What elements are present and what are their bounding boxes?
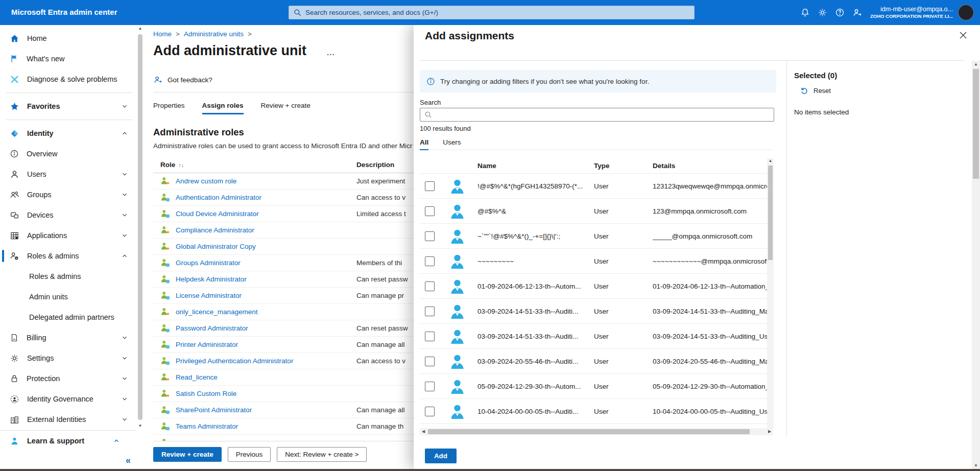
list-item[interactable]: 03-09-2024-20-55-46-th--Auditi...User03-… xyxy=(420,349,773,374)
list-item[interactable]: @#$%^&User123@mmpqa.onmicrosoft.com xyxy=(420,199,773,224)
settings-gear-icon[interactable] xyxy=(814,2,831,23)
sidebar-collapse-button[interactable]: « xyxy=(126,455,131,466)
list-item[interactable]: ~~~~~~~~~User~~~~~~~~~~~~@mmpqa.onmicros… xyxy=(420,249,773,274)
sidebar-item-billing[interactable]: Billing xyxy=(0,327,144,348)
account-info[interactable]: idm-mb-user@ompqa.o... ZOHO CORPORATION … xyxy=(870,6,953,20)
panel-search[interactable] xyxy=(420,108,774,122)
row-checkbox[interactable] xyxy=(425,357,435,366)
role-link[interactable]: Privileged Authentication Administrator xyxy=(176,357,293,365)
panel-scrollbar[interactable]: ▲ ▼ xyxy=(972,61,980,469)
role-link[interactable]: Password Administrator xyxy=(176,324,248,332)
overflow-menu-icon[interactable]: ... xyxy=(327,48,335,57)
sidebar-item-diagnose[interactable]: Diagnose & solve problems xyxy=(0,69,144,89)
row-checkbox[interactable] xyxy=(425,382,435,391)
role-link[interactable]: Cloud Device Administrator xyxy=(176,210,259,218)
sidebar-item-protection[interactable]: Protection xyxy=(0,368,144,389)
list-item[interactable]: 03-09-2024-14-51-33-th--Auditi...User03-… xyxy=(420,324,773,349)
role-link[interactable]: Read_licence xyxy=(176,373,218,381)
breadcrumb-home[interactable]: Home xyxy=(153,30,172,38)
sidebar-item-admin-units[interactable]: Admin units xyxy=(0,287,144,307)
scroll-up-arrow-icon[interactable]: ▲ xyxy=(972,62,980,66)
scroll-left-arrow-icon[interactable]: ◀ xyxy=(420,428,427,435)
sidebar-item-external-identities[interactable]: External Identities xyxy=(0,409,144,430)
role-link[interactable]: Authentication Administrator xyxy=(176,194,261,201)
role-link[interactable]: Global Administrator Copy xyxy=(176,243,256,250)
user-avatar-icon xyxy=(448,177,466,195)
row-checkbox[interactable] xyxy=(425,332,435,341)
role-link[interactable]: Satish Custom Role xyxy=(176,390,236,397)
row-checkbox[interactable] xyxy=(425,256,435,266)
tab-users[interactable]: Users xyxy=(443,138,461,150)
sidebar-item-whats-new[interactable]: What's new xyxy=(0,49,144,69)
avatar[interactable] xyxy=(958,5,974,20)
list-item[interactable]: 01-09-2024-06-12-13-th--Autom...User01-0… xyxy=(420,274,773,299)
add-button[interactable]: Add xyxy=(425,449,457,463)
close-icon[interactable] xyxy=(960,32,967,39)
panel-search-input[interactable] xyxy=(435,111,770,119)
scrollbar-thumb[interactable] xyxy=(973,69,979,179)
sidebar-item-favorites[interactable]: Favorites xyxy=(0,96,144,116)
row-checkbox[interactable] xyxy=(425,231,435,241)
global-search[interactable] xyxy=(289,6,695,19)
tab-properties[interactable]: Properties xyxy=(153,102,185,114)
scrollbar-thumb[interactable] xyxy=(138,34,142,420)
tab-review-create[interactable]: Review + create xyxy=(261,102,310,114)
tab-all[interactable]: All xyxy=(420,138,428,150)
sidebar-item-delegated-admin-partners[interactable]: Delegated admin partners xyxy=(0,307,144,327)
sidebar-item-identity-governance[interactable]: Identity Governance xyxy=(0,389,144,409)
row-checkbox[interactable] xyxy=(425,181,435,191)
global-search-input[interactable] xyxy=(305,9,689,16)
list-item[interactable]: ~`""`!@#$%^&*()_-+=[]{}\|':;User_____@om… xyxy=(420,224,773,249)
tab-assign-roles[interactable]: Assign roles xyxy=(202,102,244,114)
breadcrumb-admin-units[interactable]: Administrative units xyxy=(184,30,244,38)
next-button[interactable]: Next: Review + create > xyxy=(277,447,367,462)
help-icon[interactable] xyxy=(831,2,849,23)
sidebar-item-devices[interactable]: Devices xyxy=(0,205,144,225)
role-builtin-icon xyxy=(160,421,171,432)
sidebar-item-home[interactable]: Home xyxy=(0,28,144,49)
scroll-up-arrow-icon[interactable]: ▲ xyxy=(767,158,774,163)
sidebar-item-users[interactable]: Users xyxy=(0,164,144,184)
role-link[interactable]: Helpdesk Administrator xyxy=(176,275,247,283)
sort-icon[interactable]: ↑↓ xyxy=(178,162,184,168)
sidebar-item-identity[interactable]: Identity xyxy=(0,123,144,144)
list-horizontal-scrollbar[interactable]: ◀ ▶ xyxy=(420,428,773,435)
role-link[interactable]: SharePoint Administrator xyxy=(176,406,252,414)
role-link[interactable]: Compliance Administrator xyxy=(176,226,254,234)
scrollbar-thumb[interactable] xyxy=(428,429,750,434)
scroll-right-arrow-icon[interactable]: ▶ xyxy=(766,428,773,435)
row-checkbox[interactable] xyxy=(425,307,435,316)
role-link[interactable]: Teams Administrator xyxy=(176,422,238,430)
column-role[interactable]: Role xyxy=(160,161,175,169)
sidebar-item-groups[interactable]: Groups xyxy=(0,184,144,205)
list-item[interactable]: 05-09-2024-12-29-30-th--Autom...User05-0… xyxy=(420,374,773,399)
list-item[interactable]: 10-04-2024-00-00-05-th--Auditi...User10-… xyxy=(420,399,773,424)
previous-button[interactable]: Previous xyxy=(228,447,271,462)
role-link[interactable]: Printer Administrator xyxy=(176,341,238,348)
list-item[interactable]: !@#$%^&*(hgFGH143258970-(*...User123123q… xyxy=(420,174,773,199)
row-checkbox[interactable] xyxy=(425,407,435,416)
sidebar-item-roles-admins-sub[interactable]: Roles & admins xyxy=(0,266,144,287)
role-link[interactable]: Andrew custom role xyxy=(176,177,236,185)
list-vertical-scrollbar[interactable]: ▲ xyxy=(767,158,774,428)
sidebar-item-settings[interactable]: Settings xyxy=(0,348,144,368)
sidebar-item-roles-admins[interactable]: Roles & admins xyxy=(0,246,144,266)
scroll-up-arrow-icon[interactable]: ▲ xyxy=(137,26,144,31)
scroll-down-arrow-icon[interactable]: ▼ xyxy=(972,463,980,468)
row-checkbox[interactable] xyxy=(425,206,435,216)
role-link[interactable]: Groups Administrator xyxy=(176,259,241,267)
feedback-icon[interactable] xyxy=(849,2,866,23)
sidebar-item-overview[interactable]: Overview xyxy=(0,144,144,164)
sidebar-item-applications[interactable]: Applications xyxy=(0,225,144,246)
role-link[interactable]: only_licence_management xyxy=(176,308,258,316)
row-checkbox[interactable] xyxy=(425,281,435,291)
scrollbar-thumb[interactable] xyxy=(768,166,773,260)
scroll-down-arrow-icon[interactable]: ▼ xyxy=(137,423,144,428)
sidebar-scrollbar[interactable]: ▲ ▼ xyxy=(137,26,144,428)
notifications-bell-icon[interactable] xyxy=(797,2,814,23)
reset-button[interactable]: Reset xyxy=(800,86,968,95)
review-create-button[interactable]: Review + create xyxy=(153,447,222,462)
list-item[interactable]: 03-09-2024-14-51-33-th--Auditi...User03-… xyxy=(420,299,773,324)
sidebar-item-learn-support[interactable]: Learn & support xyxy=(0,431,136,451)
role-link[interactable]: License Administrator xyxy=(176,292,242,299)
